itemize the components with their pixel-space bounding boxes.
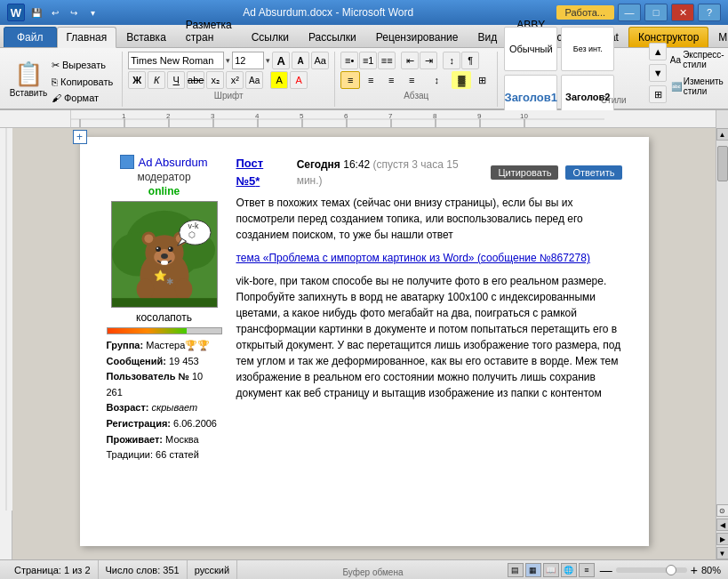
sort-btn[interactable]: ↕ [443,52,460,69]
express-styles-btn[interactable]: Аа Экспресс-стили [670,48,724,71]
size-dropdown-icon[interactable]: ▾ [266,56,270,65]
post-content: Пост №5* Сегодня 16:42 (спустя 3 часа 15… [236,155,622,463]
scroll-down-btn[interactable]: ▼ [716,547,729,559]
doc-area: + Ad Absurdum модератор online [12,128,716,559]
tab-file[interactable]: Файл [4,27,57,47]
user-role: модератор [107,171,222,183]
line-spacing-btn[interactable]: ↕ [427,71,446,89]
tab-insert[interactable]: Вставка [116,27,176,47]
save-quick-btn[interactable]: 💾 [28,4,44,20]
bullets-btn[interactable]: ≡• [340,52,358,69]
align-center-btn[interactable]: ≡ [361,71,380,89]
post-vik-text: vik-bore, при таком способе вы не получи… [236,273,622,401]
ribbon: 📋 Вставить ✂Вырезать ⎘Копировать 🖌Формат… [0,48,728,110]
font-name-input[interactable] [128,52,224,69]
scroll-prev-page-btn[interactable]: ◀ [716,519,729,531]
font-color-btn[interactable]: A [290,71,308,89]
progress-fill [108,328,188,334]
decrease-indent-btn[interactable]: ⇤ [401,52,419,69]
tab-home[interactable]: Главная [57,27,117,48]
bear-svg: ⭐ ✱ v-k ⬡ [112,202,217,307]
svg-text:9: 9 [477,112,482,120]
zoom-thumb[interactable] [666,565,676,575]
justify-btn[interactable]: ≡ [402,71,421,89]
title-bar: W 💾 ↩ ↪ ▾ Ad Absurdum.docx - Microsoft W… [0,0,728,25]
tab-links[interactable]: Ссылки [242,27,299,47]
scroll-up-btn[interactable]: ▲ [716,128,729,141]
vertical-ruler [0,128,12,559]
scroll-select-btn[interactable]: ⊙ [716,504,729,517]
horizontal-ruler: 1 2 3 4 5 6 7 8 9 10 [71,110,716,128]
svg-text:⬡: ⬡ [188,230,195,239]
svg-point-39 [168,247,170,249]
user-city: Проживает: Москва [107,432,222,448]
pilcrow-btn[interactable]: ¶ [461,52,479,69]
tab-maket[interactable]: Макет [708,27,728,47]
strikethrough-btn[interactable]: abe [187,71,204,89]
close-btn[interactable]: ✕ [671,4,694,21]
copy-icon: ⎘ [52,76,58,87]
increase-indent-btn[interactable]: ⇥ [420,52,437,69]
undo-quick-btn[interactable]: ↩ [47,4,63,20]
username-link[interactable]: Ad Absurdum [138,156,207,169]
style-normal[interactable]: Обычный [504,27,557,71]
shrink-font-btn[interactable]: A [292,52,309,69]
tab-mailing[interactable]: Рассылки [299,27,366,47]
svg-point-38 [156,247,158,249]
svg-text:8: 8 [433,112,437,120]
align-left-btn[interactable]: ≡ [340,71,360,89]
help-btn[interactable]: ? [698,4,721,21]
maximize-btn[interactable]: □ [644,4,668,21]
paste-label: Вставить [10,88,47,98]
reply-btn[interactable]: Ответить [565,165,621,180]
styles-scroll-down[interactable]: ▼ [649,64,667,82]
cite-btn[interactable]: Цитировать [491,165,558,180]
font-label: Шрифт [128,91,329,101]
border-btn[interactable]: ⊞ [472,71,492,89]
paragraph-label: Абзац [340,91,492,101]
paste-icon: 📋 [14,60,43,88]
post-title-link[interactable]: Пост №5* [236,155,290,189]
subscript-btn[interactable]: x₂ [206,71,224,89]
scroll-next-page-btn[interactable]: ▶ [716,533,729,545]
tab-view[interactable]: Вид [468,27,507,47]
italic-btn[interactable]: К [148,71,165,89]
copy-btn[interactable]: ⎘Копировать [48,75,116,89]
zoom-slider[interactable] [616,567,687,573]
shading-btn[interactable]: ▓ [452,71,471,89]
clear-format-btn[interactable]: Aa [311,52,329,69]
ribbon-group-styles: Обычный Без инт. Заголов1 Заголов2 ▲ ▼ ⊞… [498,52,728,107]
superscript-btn[interactable]: x² [226,71,244,89]
window-title: Ad Absurdum.docx - Microsoft Word [100,6,556,19]
change-case-btn[interactable]: Aa [245,71,263,89]
scrollbar-vertical: ▲ ⊙ ◀ ▶ ▼ [716,128,728,559]
title-bar-left: W 💾 ↩ ↪ ▾ [7,4,100,21]
numbering-btn[interactable]: ≡1 [359,52,377,69]
tab-review[interactable]: Рецензирование [366,27,468,47]
format-btn[interactable]: 🖌Формат [48,91,116,105]
grow-font-btn[interactable]: A [272,52,290,69]
font-size-input[interactable] [232,52,264,69]
cut-btn[interactable]: ✂Вырезать [48,58,116,73]
tab-pagelayout[interactable]: Разметка стран [176,14,242,47]
add-content-btn[interactable]: + [73,130,87,144]
user-num: Пользователь № 10 261 [107,369,222,400]
svg-text:4: 4 [255,112,260,120]
highlight-btn[interactable]: A [270,71,288,89]
redo-quick-btn[interactable]: ↪ [66,4,82,20]
minimize-btn[interactable]: — [618,4,641,21]
align-right-btn[interactable]: ≡ [381,71,401,89]
dropdown-quick-btn[interactable]: ▾ [84,4,100,20]
svg-text:5: 5 [300,112,304,120]
bold-btn[interactable]: Ж [128,71,146,89]
paste-btn[interactable]: 📋 Вставить [9,56,48,102]
topic-link[interactable]: тема «Проблема с импортом картинок из Wo… [236,250,622,266]
multilevel-btn[interactable]: ≡≡ [378,52,396,69]
ribbon-group-font: ▾ ▾ A A Aa Ж К Ч abe x₂ x² Aa A A Шрифт [123,52,335,107]
ruler-area: 1 2 3 4 5 6 7 8 9 10 [0,110,728,128]
underline-btn[interactable]: Ч [167,71,185,89]
scroll-thumb[interactable] [717,146,728,181]
font-dropdown-icon[interactable]: ▾ [226,56,230,65]
style-nointerval[interactable]: Без инт. [561,27,614,71]
styles-scroll-up[interactable]: ▲ [649,43,667,60]
